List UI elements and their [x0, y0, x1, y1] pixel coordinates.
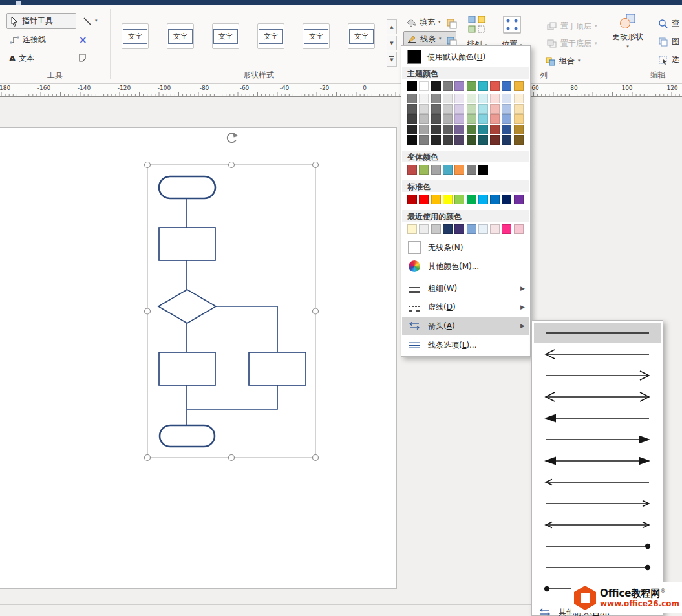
text-block-tool-button[interactable] — [75, 50, 91, 67]
standard-color-swatch[interactable] — [443, 195, 453, 204]
theme-tint-swatch[interactable] — [431, 125, 441, 134]
arrow-style-dot-right[interactable] — [534, 536, 661, 556]
theme-tint-swatch[interactable] — [467, 135, 476, 145]
theme-color-swatch[interactable] — [490, 81, 500, 91]
theme-tint-swatch[interactable] — [490, 135, 500, 145]
theme-tint-swatch[interactable] — [431, 104, 441, 114]
recent-color-swatch[interactable] — [478, 224, 488, 234]
theme-tint-swatch[interactable] — [478, 135, 488, 145]
horizontal-ruler[interactable]: -180-160-140-120-100-80-60-40-2006080100… — [0, 84, 682, 97]
send-to-back-button[interactable]: 置于底层 ▾ — [544, 36, 600, 52]
theme-tint-swatch[interactable] — [514, 135, 524, 145]
theme-tint-swatch[interactable] — [454, 94, 464, 103]
theme-tint-swatch[interactable] — [419, 104, 429, 114]
arrow-style-left-open[interactable] — [534, 344, 661, 364]
text-tool-button[interactable]: A 文本 — [6, 50, 62, 67]
menu-item-dashes[interactable]: 虚线(D)▶ — [402, 298, 529, 316]
bring-forward-button[interactable] — [443, 16, 460, 32]
theme-color-swatch[interactable] — [443, 81, 453, 91]
arrow-style-dot-right-2[interactable] — [534, 557, 661, 577]
menu-item-weight[interactable]: 粗细(W)▶ — [402, 279, 529, 297]
group-button[interactable]: 组合 ▾ — [543, 53, 583, 69]
shape-style-item[interactable]: 文字 — [303, 23, 330, 49]
theme-color-swatch[interactable] — [454, 81, 464, 91]
arrow-style-right-open-small[interactable] — [534, 493, 661, 513]
theme-tint-swatch[interactable] — [490, 114, 500, 124]
theme-tint-swatch[interactable] — [431, 114, 441, 124]
variant-color-swatch[interactable] — [419, 165, 429, 175]
bring-to-front-button[interactable]: 置于顶层 ▾ — [544, 18, 600, 34]
arrange-dropdown[interactable]: 排列 ▾ — [462, 14, 493, 50]
variant-color-swatch[interactable] — [467, 165, 476, 175]
recent-color-swatch[interactable] — [454, 224, 464, 234]
gallery-scroll-down-button[interactable]: ▼ — [387, 36, 397, 50]
theme-tint-swatch[interactable] — [454, 104, 464, 114]
layers-button[interactable]: 图 — [655, 34, 682, 50]
theme-tint-swatch[interactable] — [502, 114, 511, 124]
theme-tint-swatch[interactable] — [454, 135, 464, 145]
variant-color-swatch[interactable] — [478, 165, 488, 175]
arrow-style-both-open-small[interactable] — [534, 515, 661, 535]
theme-tint-swatch[interactable] — [407, 104, 417, 114]
arrow-style-both-open[interactable] — [534, 387, 661, 407]
connection-point-button[interactable]: × — [76, 32, 92, 48]
theme-color-swatch[interactable] — [502, 81, 511, 91]
recent-color-swatch[interactable] — [467, 224, 476, 234]
drawing-page[interactable] — [0, 127, 397, 589]
shape-style-item[interactable]: 文字 — [348, 23, 375, 49]
find-button[interactable]: 查 — [655, 16, 682, 32]
theme-color-swatch[interactable] — [478, 81, 488, 91]
theme-tint-swatch[interactable] — [407, 94, 417, 103]
theme-color-swatch[interactable] — [467, 81, 476, 91]
shape-style-item[interactable]: 文字 — [122, 23, 149, 49]
theme-tint-swatch[interactable] — [467, 125, 476, 134]
variant-color-swatch[interactable] — [454, 165, 464, 175]
standard-color-swatch[interactable] — [419, 195, 429, 204]
select-button[interactable]: 选 — [655, 52, 682, 68]
theme-tint-swatch[interactable] — [443, 135, 453, 145]
standard-color-swatch[interactable] — [514, 195, 524, 204]
arrow-style-left-open-small[interactable] — [534, 472, 661, 492]
menu-item-line-options[interactable]: 线条选项(L)... — [402, 336, 529, 354]
theme-tint-swatch[interactable] — [407, 114, 417, 124]
change-shape-button[interactable]: 更改形状 ▾ — [606, 13, 649, 49]
shape-style-item[interactable]: 文字 — [257, 23, 284, 49]
standard-color-swatch[interactable] — [431, 195, 441, 204]
theme-tint-swatch[interactable] — [502, 94, 511, 103]
theme-tint-swatch[interactable] — [419, 135, 429, 145]
theme-tint-swatch[interactable] — [502, 135, 511, 145]
gallery-scroll-up-button[interactable]: ▲ — [387, 19, 397, 34]
theme-tint-swatch[interactable] — [502, 104, 511, 114]
menu-item-use-default-color[interactable]: 使用默认颜色(U) — [402, 48, 529, 66]
recent-color-swatch[interactable] — [490, 224, 500, 234]
theme-tint-swatch[interactable] — [454, 125, 464, 134]
theme-tint-swatch[interactable] — [443, 94, 453, 103]
variant-color-swatch[interactable] — [407, 165, 417, 175]
connector-button[interactable]: 连接线 — [6, 32, 71, 48]
theme-tint-swatch[interactable] — [514, 104, 524, 114]
theme-tint-swatch[interactable] — [443, 114, 453, 124]
line-tool-button[interactable]: ▾ — [80, 13, 103, 29]
theme-color-swatch[interactable] — [419, 81, 429, 91]
theme-tint-swatch[interactable] — [490, 104, 500, 114]
theme-tint-swatch[interactable] — [514, 114, 524, 124]
theme-tint-swatch[interactable] — [419, 125, 429, 134]
standard-color-swatch[interactable] — [490, 195, 500, 204]
theme-tint-swatch[interactable] — [454, 114, 464, 124]
arrow-style-left-solid[interactable] — [534, 408, 661, 428]
variant-color-swatch[interactable] — [431, 165, 441, 175]
theme-tint-swatch[interactable] — [490, 125, 500, 134]
shape-style-item[interactable]: 文字 — [212, 23, 239, 49]
theme-tint-swatch[interactable] — [443, 104, 453, 114]
recent-color-swatch[interactable] — [431, 224, 441, 234]
recent-color-swatch[interactable] — [502, 224, 511, 234]
arrow-style-none[interactable] — [534, 323, 661, 343]
standard-color-swatch[interactable] — [454, 195, 464, 204]
arrow-style-both-solid[interactable] — [534, 451, 661, 471]
arrow-style-right-open[interactable] — [534, 365, 661, 385]
arrow-style-right-solid[interactable] — [534, 429, 661, 449]
theme-tint-swatch[interactable] — [478, 94, 488, 103]
gallery-more-button[interactable]: ▼ — [387, 52, 397, 67]
shape-style-item[interactable]: 文字 — [167, 23, 194, 49]
theme-tint-swatch[interactable] — [478, 125, 488, 134]
